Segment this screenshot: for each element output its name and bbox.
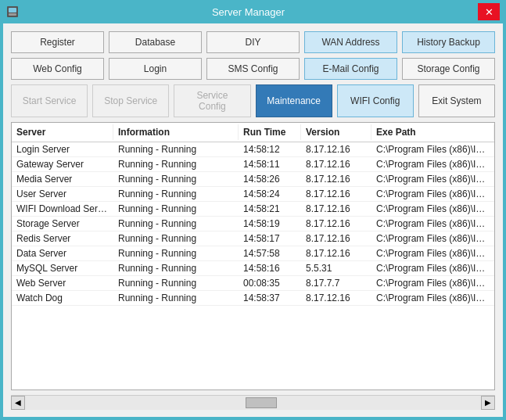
table-cell-exe_path: C:\Program Files (x86)\IVM [371, 172, 494, 186]
table-cell-info: Running - Running [113, 202, 239, 216]
register-button[interactable]: Register [11, 31, 104, 53]
web-config-button[interactable]: Web Config [11, 58, 104, 80]
table-cell-version: 8.17.12.16 [301, 246, 371, 260]
scroll-thumb[interactable] [246, 397, 277, 408]
table-cell-server: Storage Server [12, 217, 113, 231]
server-table: Server Information Run Time Version Exe … [11, 122, 495, 390]
scroll-right-button[interactable]: ▶ [481, 396, 495, 410]
table-cell-version: 8.17.12.16 [301, 232, 371, 246]
table-cell-version: 8.17.12.16 [301, 291, 371, 305]
table-cell-server: User Server [12, 187, 113, 201]
col-server: Server [12, 124, 113, 140]
table-row[interactable]: WIFI Download ServerRunning - Running14:… [12, 202, 494, 217]
table-cell-info: Running - Running [113, 187, 239, 201]
table-cell-version: 5.5.31 [301, 261, 371, 275]
title-bar: Server Manager ✕ [0, 0, 506, 23]
close-button[interactable]: ✕ [478, 3, 500, 20]
table-header: Server Information Run Time Version Exe … [12, 123, 494, 142]
table-cell-server: Watch Dog [12, 291, 113, 305]
table-cell-run_time: 14:58:17 [239, 232, 301, 246]
table-cell-exe_path: C:\Program Files (x86)\IVM [371, 232, 494, 246]
table-row[interactable]: Redis ServerRunning - Running14:58:178.1… [12, 232, 494, 246]
exit-system-button[interactable]: Exit System [418, 84, 495, 117]
table-cell-info: Running - Running [113, 246, 239, 260]
window-title: Server Manager [19, 6, 478, 18]
col-info: Information [113, 124, 239, 140]
button-row-2: Web Config Login SMS Config E-Mail Confi… [11, 58, 495, 80]
table-cell-exe_path: C:\Program Files (x86)\IVM [371, 217, 494, 231]
table-row[interactable]: Gateway ServerRunning - Running14:58:118… [12, 157, 494, 172]
table-row[interactable]: Watch DogRunning - Running14:58:378.17.1… [12, 291, 494, 306]
table-cell-server: Media Server [12, 172, 113, 186]
table-body[interactable]: Login ServerRunning - Running14:58:128.1… [12, 142, 494, 389]
start-service-button[interactable]: Start Service [11, 84, 88, 117]
service-config-button[interactable]: Service Config [174, 84, 250, 117]
table-cell-info: Running - Running [113, 261, 239, 275]
table-cell-run_time: 14:58:11 [239, 157, 301, 171]
wan-address-button[interactable]: WAN Address [304, 31, 397, 53]
table-cell-info: Running - Running [113, 142, 239, 156]
table-cell-server: Gateway Server [12, 157, 113, 171]
table-cell-exe_path: C:\Program Files (x86)\IVM [371, 291, 494, 305]
login-button[interactable]: Login [109, 58, 202, 80]
table-cell-exe_path: C:\Program Files (x86)\IVM [371, 261, 494, 275]
table-cell-exe_path: C:\Program Files (x86)\IVM [371, 276, 494, 290]
table-cell-run_time: 14:58:21 [239, 202, 301, 216]
table-cell-exe_path: C:\Program Files (x86)\IVM [371, 246, 494, 260]
button-row-1: Register Database DIY WAN Address Histor… [11, 31, 495, 53]
diy-button[interactable]: DIY [206, 31, 300, 53]
window-body: Register Database DIY WAN Address Histor… [3, 23, 503, 417]
storage-config-button[interactable]: Storage Config [402, 58, 495, 80]
table-cell-server: Data Server [12, 246, 113, 260]
svg-rect-1 [9, 8, 16, 13]
table-cell-info: Running - Running [113, 172, 239, 186]
table-cell-version: 8.17.7.7 [301, 276, 371, 290]
history-backup-button[interactable]: History Backup [402, 31, 495, 53]
table-cell-info: Running - Running [113, 217, 239, 231]
maintenance-button[interactable]: Maintenance [256, 84, 332, 117]
table-cell-version: 8.17.12.16 [301, 142, 371, 156]
table-row[interactable]: MySQL ServerRunning - Running14:58:165.5… [12, 261, 494, 276]
table-cell-run_time: 14:57:58 [239, 246, 301, 260]
table-cell-version: 8.17.12.16 [301, 172, 371, 186]
scroll-track[interactable] [25, 396, 481, 410]
database-button[interactable]: Database [109, 31, 202, 53]
table-row[interactable]: Login ServerRunning - Running14:58:128.1… [12, 142, 494, 157]
table-cell-exe_path: C:\Program Files (x86)\IVM [371, 202, 494, 216]
table-cell-run_time: 14:58:24 [239, 187, 301, 201]
table-row[interactable]: Data ServerRunning - Running14:57:588.17… [12, 246, 494, 261]
table-cell-run_time: 14:58:12 [239, 142, 301, 156]
table-cell-server: WIFI Download Server [12, 202, 113, 216]
table-cell-exe_path: C:\Program Files (x86)\IVM [371, 187, 494, 201]
horizontal-scrollbar[interactable]: ◀ ▶ [11, 395, 495, 409]
table-cell-server: MySQL Server [12, 261, 113, 275]
button-row-3: Start Service Stop Service Service Confi… [11, 84, 495, 117]
table-cell-info: Running - Running [113, 276, 239, 290]
table-cell-version: 8.17.12.16 [301, 187, 371, 201]
table-cell-version: 8.17.12.16 [301, 217, 371, 231]
table-cell-exe_path: C:\Program Files (x86)\IVM [371, 157, 494, 171]
table-row[interactable]: Web ServerRunning - Running00:08:358.17.… [12, 276, 494, 291]
main-window: Server Manager ✕ Register Database DIY W… [0, 0, 506, 420]
sms-config-button[interactable]: SMS Config [206, 58, 300, 80]
table-cell-version: 8.17.12.16 [301, 157, 371, 171]
col-exepath: Exe Path [371, 124, 494, 140]
svg-rect-2 [9, 13, 16, 16]
table-row[interactable]: Storage ServerRunning - Running14:58:198… [12, 217, 494, 232]
table-row[interactable]: Media ServerRunning - Running14:58:268.1… [12, 172, 494, 187]
table-cell-version: 8.17.12.16 [301, 202, 371, 216]
col-runtime: Run Time [239, 124, 301, 140]
table-cell-server: Web Server [12, 276, 113, 290]
scroll-left-button[interactable]: ◀ [11, 396, 25, 410]
wifi-config-button[interactable]: WIFI Config [337, 84, 414, 117]
table-row[interactable]: User ServerRunning - Running14:58:248.17… [12, 187, 494, 202]
table-cell-run_time: 00:08:35 [239, 276, 301, 290]
table-cell-info: Running - Running [113, 157, 239, 171]
table-cell-info: Running - Running [113, 291, 239, 305]
table-cell-server: Redis Server [12, 232, 113, 246]
email-config-button[interactable]: E-Mail Config [304, 58, 397, 80]
table-cell-info: Running - Running [113, 232, 239, 246]
col-version: Version [301, 124, 371, 140]
stop-service-button[interactable]: Stop Service [92, 84, 169, 117]
table-cell-run_time: 14:58:37 [239, 291, 301, 305]
